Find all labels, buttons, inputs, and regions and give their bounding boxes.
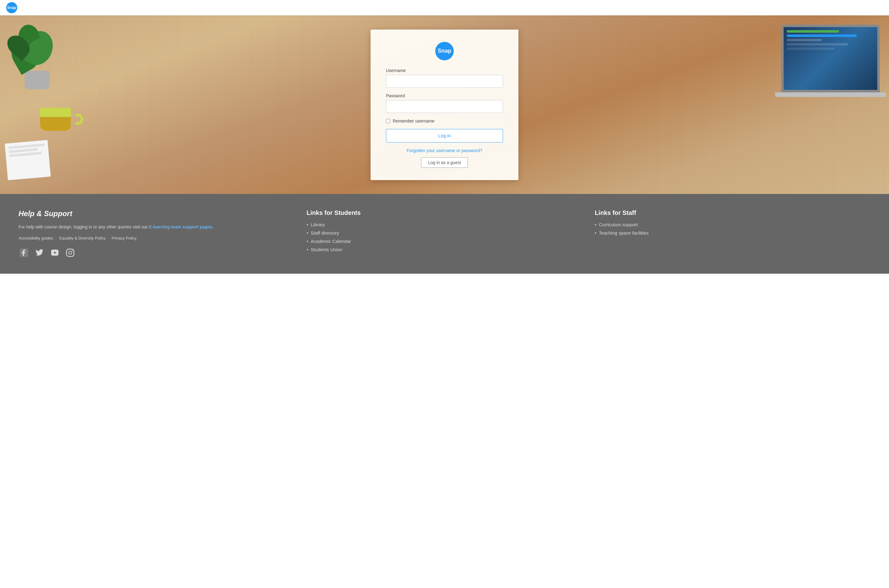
social-icons [18, 247, 294, 258]
remember-checkbox[interactable] [386, 119, 390, 123]
guest-login-button[interactable]: Log in as a guest [421, 158, 468, 168]
list-item: Staff directory [307, 230, 582, 236]
help-title: Help & Support [18, 209, 294, 218]
svg-point-2 [69, 251, 72, 254]
privacy-link[interactable]: Privacy Policy [111, 236, 137, 240]
list-item: Students Union [307, 247, 582, 252]
students-links: Library Staff directory Academic Calenda… [307, 222, 582, 252]
twitter-icon[interactable] [34, 247, 45, 258]
svg-rect-1 [66, 249, 74, 256]
equality-link[interactable]: Equality & Diversity Policy [59, 236, 105, 240]
students-section: Links for Students Library Staff directo… [307, 209, 582, 258]
curriculum-support-link[interactable]: Curriculum support [599, 222, 638, 227]
password-group: Password [386, 93, 503, 113]
username-label: Username [386, 68, 503, 73]
login-button[interactable]: Log in [386, 129, 503, 142]
students-union-link[interactable]: Students Union [311, 247, 343, 252]
svg-point-3 [72, 250, 73, 251]
teaching-space-link[interactable]: Teaching space facilities [599, 230, 649, 236]
students-title: Links for Students [307, 209, 582, 216]
policy-links: Accessibility guides · Equality & Divers… [18, 236, 294, 240]
username-group: Username [386, 68, 503, 88]
password-input[interactable] [386, 100, 503, 113]
help-text: For help with course design, logging in … [18, 224, 294, 231]
staff-section: Links for Staff Curriculum support Teach… [595, 209, 871, 258]
instagram-icon[interactable] [65, 247, 76, 258]
help-section: Help & Support For help with course desi… [18, 209, 294, 258]
staff-links: Curriculum support Teaching space facili… [595, 222, 871, 236]
site-footer: Help & Support For help with course desi… [0, 194, 889, 274]
plant-decoration [6, 21, 68, 99]
library-link[interactable]: Library [311, 222, 325, 227]
hero-section: Snap Username Password Remember username… [0, 15, 889, 194]
remember-label: Remember username [393, 118, 434, 123]
academic-calendar-link[interactable]: Academic Calendar [311, 238, 351, 244]
youtube-icon[interactable] [49, 247, 60, 258]
remember-row: Remember username [386, 118, 434, 123]
login-logo: Snap [435, 42, 454, 60]
notebook [5, 140, 51, 180]
list-item: Teaching space facilities [595, 230, 871, 236]
forgot-password-link[interactable]: Forgotten your username or password? [407, 148, 482, 153]
username-input[interactable] [386, 75, 503, 88]
tea-cup [40, 108, 77, 138]
staff-title: Links for Staff [595, 209, 871, 216]
login-card: Snap Username Password Remember username… [370, 30, 519, 180]
list-item: Academic Calendar [307, 238, 582, 244]
staff-directory-link[interactable]: Staff directory [311, 230, 339, 236]
facebook-icon[interactable] [18, 247, 30, 258]
accessibility-link[interactable]: Accessibility guides [18, 236, 53, 240]
list-item: Curriculum support [595, 222, 871, 227]
list-item: Library [307, 222, 582, 227]
site-header: Snap [0, 0, 889, 15]
password-label: Password [386, 93, 503, 98]
header-logo: Snap [6, 2, 17, 13]
elearning-link[interactable]: E-learning team support pages [149, 224, 212, 230]
laptop-decoration [772, 25, 889, 123]
